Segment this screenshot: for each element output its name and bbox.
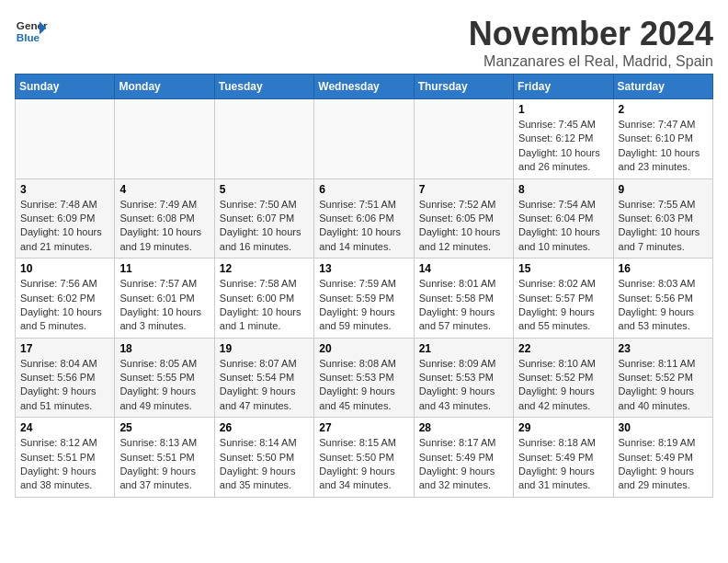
calendar-cell: 4Sunrise: 7:49 AMSunset: 6:08 PMDaylight…	[115, 178, 214, 259]
calendar-cell: 6Sunrise: 7:51 AMSunset: 6:06 PMDaylight…	[314, 178, 414, 259]
calendar-cell: 27Sunrise: 8:15 AMSunset: 5:50 PMDayligh…	[314, 418, 414, 498]
weekday-header: Sunday	[16, 75, 115, 99]
calendar-cell: 19Sunrise: 8:07 AMSunset: 5:54 PMDayligh…	[214, 338, 313, 418]
cell-content: Sunrise: 7:58 AMSunset: 6:00 PMDaylight:…	[220, 277, 309, 334]
cell-content: Sunrise: 8:01 AMSunset: 5:58 PMDaylight:…	[419, 277, 508, 334]
cell-content: Sunrise: 7:57 AMSunset: 6:01 PMDaylight:…	[119, 277, 209, 334]
day-number: 12	[220, 262, 309, 275]
day-number: 22	[518, 342, 608, 355]
cell-content: Sunrise: 7:59 AMSunset: 5:59 PMDaylight:…	[319, 277, 408, 334]
calendar-cell	[115, 99, 214, 179]
calendar-cell	[414, 99, 513, 179]
cell-content: Sunrise: 8:17 AMSunset: 5:49 PMDaylight:…	[419, 436, 508, 493]
calendar-cell: 11Sunrise: 7:57 AMSunset: 6:01 PMDayligh…	[115, 259, 214, 339]
day-number: 5	[220, 183, 309, 196]
day-number: 15	[518, 262, 608, 275]
day-number: 1	[518, 103, 608, 116]
weekday-header: Saturday	[613, 75, 712, 99]
day-number: 2	[619, 103, 708, 116]
day-number: 20	[319, 342, 408, 355]
cell-content: Sunrise: 8:15 AMSunset: 5:50 PMDaylight:…	[319, 436, 408, 493]
calendar-cell: 7Sunrise: 7:52 AMSunset: 6:05 PMDaylight…	[414, 178, 513, 259]
calendar-cell: 15Sunrise: 8:02 AMSunset: 5:57 PMDayligh…	[514, 259, 613, 339]
weekday-header: Tuesday	[214, 75, 313, 99]
cell-content: Sunrise: 7:52 AMSunset: 6:05 PMDaylight:…	[419, 198, 508, 255]
day-number: 3	[20, 183, 109, 196]
calendar-cell: 3Sunrise: 7:48 AMSunset: 6:09 PMDaylight…	[16, 178, 115, 259]
calendar-week-row: 3Sunrise: 7:48 AMSunset: 6:09 PMDaylight…	[16, 178, 713, 259]
day-number: 18	[119, 342, 209, 355]
day-number: 24	[20, 421, 109, 434]
calendar-cell	[16, 99, 115, 179]
day-number: 23	[619, 342, 708, 355]
logo: General Blue	[15, 15, 48, 48]
day-number: 11	[119, 262, 209, 275]
cell-content: Sunrise: 8:04 AMSunset: 5:56 PMDaylight:…	[20, 357, 109, 414]
day-number: 9	[619, 183, 708, 196]
cell-content: Sunrise: 7:55 AMSunset: 6:03 PMDaylight:…	[619, 198, 708, 255]
cell-content: Sunrise: 8:14 AMSunset: 5:50 PMDaylight:…	[220, 436, 309, 493]
calendar-cell: 9Sunrise: 7:55 AMSunset: 6:03 PMDaylight…	[613, 178, 712, 259]
title-area: November 2024 Manzanares el Real, Madrid…	[469, 15, 713, 70]
weekday-header: Wednesday	[314, 75, 414, 99]
day-number: 10	[20, 262, 109, 275]
cell-content: Sunrise: 8:02 AMSunset: 5:57 PMDaylight:…	[518, 277, 608, 334]
cell-content: Sunrise: 7:48 AMSunset: 6:09 PMDaylight:…	[20, 198, 109, 255]
cell-content: Sunrise: 8:08 AMSunset: 5:53 PMDaylight:…	[319, 357, 408, 414]
calendar-cell: 5Sunrise: 7:50 AMSunset: 6:07 PMDaylight…	[214, 178, 313, 259]
cell-content: Sunrise: 8:05 AMSunset: 5:55 PMDaylight:…	[119, 357, 209, 414]
cell-content: Sunrise: 8:03 AMSunset: 5:56 PMDaylight:…	[619, 277, 708, 334]
day-number: 30	[619, 421, 708, 434]
day-number: 13	[319, 262, 408, 275]
month-title: November 2024	[469, 15, 713, 53]
cell-content: Sunrise: 8:19 AMSunset: 5:49 PMDaylight:…	[619, 436, 708, 493]
calendar-cell: 18Sunrise: 8:05 AMSunset: 5:55 PMDayligh…	[115, 338, 214, 418]
weekday-header-row: SundayMondayTuesdayWednesdayThursdayFrid…	[16, 75, 713, 99]
cell-content: Sunrise: 8:07 AMSunset: 5:54 PMDaylight:…	[220, 357, 309, 414]
calendar-cell: 1Sunrise: 7:45 AMSunset: 6:12 PMDaylight…	[514, 99, 613, 179]
location-title: Manzanares el Real, Madrid, Spain	[469, 53, 713, 70]
weekday-header: Monday	[115, 75, 214, 99]
day-number: 14	[419, 262, 508, 275]
calendar-cell: 26Sunrise: 8:14 AMSunset: 5:50 PMDayligh…	[214, 418, 313, 498]
day-number: 25	[119, 421, 209, 434]
day-number: 27	[319, 421, 408, 434]
cell-content: Sunrise: 7:49 AMSunset: 6:08 PMDaylight:…	[119, 198, 209, 255]
cell-content: Sunrise: 8:09 AMSunset: 5:53 PMDaylight:…	[419, 357, 508, 414]
calendar-cell: 24Sunrise: 8:12 AMSunset: 5:51 PMDayligh…	[16, 418, 115, 498]
day-number: 7	[419, 183, 508, 196]
calendar-table: SundayMondayTuesdayWednesdayThursdayFrid…	[15, 74, 713, 498]
calendar-week-row: 17Sunrise: 8:04 AMSunset: 5:56 PMDayligh…	[16, 338, 713, 418]
calendar-week-row: 1Sunrise: 7:45 AMSunset: 6:12 PMDaylight…	[16, 99, 713, 179]
calendar-cell	[214, 99, 313, 179]
calendar-cell: 17Sunrise: 8:04 AMSunset: 5:56 PMDayligh…	[16, 338, 115, 418]
day-number: 19	[220, 342, 309, 355]
day-number: 29	[518, 421, 608, 434]
svg-text:Blue: Blue	[17, 31, 40, 43]
calendar-cell: 21Sunrise: 8:09 AMSunset: 5:53 PMDayligh…	[414, 338, 513, 418]
cell-content: Sunrise: 8:13 AMSunset: 5:51 PMDaylight:…	[119, 436, 209, 493]
calendar-cell: 29Sunrise: 8:18 AMSunset: 5:49 PMDayligh…	[514, 418, 613, 498]
cell-content: Sunrise: 7:54 AMSunset: 6:04 PMDaylight:…	[518, 198, 608, 255]
calendar-cell: 2Sunrise: 7:47 AMSunset: 6:10 PMDaylight…	[613, 99, 712, 179]
calendar-cell: 14Sunrise: 8:01 AMSunset: 5:58 PMDayligh…	[414, 259, 513, 339]
calendar-cell: 10Sunrise: 7:56 AMSunset: 6:02 PMDayligh…	[16, 259, 115, 339]
calendar-cell: 16Sunrise: 8:03 AMSunset: 5:56 PMDayligh…	[613, 259, 712, 339]
cell-content: Sunrise: 7:45 AMSunset: 6:12 PMDaylight:…	[518, 118, 608, 175]
calendar-week-row: 10Sunrise: 7:56 AMSunset: 6:02 PMDayligh…	[16, 259, 713, 339]
day-number: 26	[220, 421, 309, 434]
calendar-week-row: 24Sunrise: 8:12 AMSunset: 5:51 PMDayligh…	[16, 418, 713, 498]
calendar-cell: 30Sunrise: 8:19 AMSunset: 5:49 PMDayligh…	[613, 418, 712, 498]
calendar-cell: 22Sunrise: 8:10 AMSunset: 5:52 PMDayligh…	[514, 338, 613, 418]
cell-content: Sunrise: 7:47 AMSunset: 6:10 PMDaylight:…	[619, 118, 708, 175]
calendar-cell: 23Sunrise: 8:11 AMSunset: 5:52 PMDayligh…	[613, 338, 712, 418]
calendar-cell: 25Sunrise: 8:13 AMSunset: 5:51 PMDayligh…	[115, 418, 214, 498]
calendar-cell: 8Sunrise: 7:54 AMSunset: 6:04 PMDaylight…	[514, 178, 613, 259]
calendar-cell: 20Sunrise: 8:08 AMSunset: 5:53 PMDayligh…	[314, 338, 414, 418]
cell-content: Sunrise: 8:12 AMSunset: 5:51 PMDaylight:…	[20, 436, 109, 493]
day-number: 28	[419, 421, 508, 434]
calendar-cell: 28Sunrise: 8:17 AMSunset: 5:49 PMDayligh…	[414, 418, 513, 498]
logo-icon: General Blue	[15, 15, 48, 48]
weekday-header: Thursday	[414, 75, 513, 99]
calendar-cell: 12Sunrise: 7:58 AMSunset: 6:00 PMDayligh…	[214, 259, 313, 339]
